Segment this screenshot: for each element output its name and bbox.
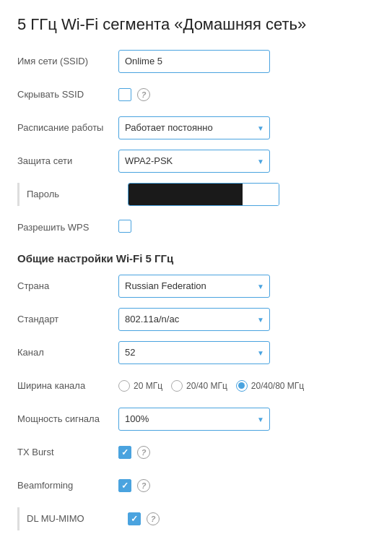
bandwidth-label: Ширина канала	[17, 380, 118, 391]
dl-mu-mimo-help-icon[interactable]: ?	[147, 512, 160, 525]
dl-mu-mimo-row: DL MU-MIMO ?	[17, 507, 375, 530]
section2-title: Общие настройки Wi-Fi 5 ГГц	[17, 252, 375, 264]
country-control: Russian Federation ▼	[118, 275, 375, 298]
power-select[interactable]: 100%	[118, 408, 270, 431]
tx-burst-help-icon[interactable]: ?	[137, 446, 150, 459]
dl-mu-mimo-checkbox[interactable]	[128, 512, 141, 525]
standard-row: Стандарт 802.11a/n/ac ▼	[17, 308, 375, 331]
hide-ssid-label: Скрывать SSID	[17, 89, 118, 100]
password-label: Пароль	[27, 189, 128, 199]
ssid-row: Имя сети (SSID)	[17, 50, 375, 73]
bandwidth-radio-2040[interactable]	[171, 380, 183, 392]
beamforming-row: Beamforming ?	[17, 474, 375, 497]
bandwidth-label-2040: 20/40 МГц	[186, 381, 227, 391]
standard-control: 802.11a/n/ac ▼	[118, 308, 375, 331]
dl-mu-mimo-control: ?	[128, 512, 375, 525]
wps-label: Разрешить WPS	[17, 222, 118, 233]
password-row: Пароль	[17, 183, 375, 206]
security-row: Защита сети WPA2-PSK ▼	[17, 150, 375, 173]
security-label: Защита сети	[17, 155, 118, 166]
ssid-label: Имя сети (SSID)	[17, 56, 118, 66]
schedule-control: Работает постоянно ▼	[118, 116, 375, 139]
security-control: WPA2-PSK ▼	[118, 150, 375, 173]
hide-ssid-row: Скрывать SSID ?	[17, 83, 375, 106]
beamforming-label: Beamforming	[17, 480, 118, 491]
page-title: 5 ГГц Wi-Fi сегмента «Домашняя сеть»	[17, 14, 375, 35]
hide-ssid-checkbox[interactable]	[118, 88, 131, 101]
wps-control	[118, 220, 375, 235]
power-row: Мощность сигнала 100% ▼	[17, 408, 375, 431]
password-input-wrapper	[128, 183, 279, 206]
security-select[interactable]: WPA2-PSK	[118, 150, 270, 173]
country-row: Страна Russian Federation ▼	[17, 275, 375, 298]
bandwidth-row: Ширина канала 20 МГц 20/40 МГц 20/40/80 …	[17, 374, 375, 397]
tx-burst-control: ?	[118, 446, 375, 459]
schedule-row: Расписание работы Работает постоянно ▼	[17, 116, 375, 139]
dl-mu-mimo-label: DL MU-MIMO	[27, 513, 128, 524]
beamforming-control: ?	[118, 479, 375, 492]
tx-burst-checkbox[interactable]	[118, 446, 131, 459]
password-light-area	[243, 184, 279, 205]
country-label: Страна	[17, 280, 118, 291]
hide-ssid-control: ?	[118, 88, 375, 101]
power-control: 100% ▼	[118, 408, 375, 431]
schedule-select[interactable]: Работает постоянно	[118, 116, 270, 139]
bandwidth-radio-20[interactable]	[118, 380, 130, 392]
standard-select[interactable]: 802.11a/n/ac	[118, 308, 270, 331]
bandwidth-option-204080[interactable]: 20/40/80 МГц	[236, 380, 304, 392]
channel-select[interactable]: 52	[118, 341, 270, 364]
tx-burst-label: TX Burst	[17, 447, 118, 457]
hide-ssid-help-icon[interactable]: ?	[137, 88, 150, 101]
password-control	[128, 183, 375, 206]
wps-checkbox[interactable]	[118, 220, 131, 233]
bandwidth-radio-204080[interactable]	[236, 380, 248, 392]
beamforming-help-icon[interactable]: ?	[137, 479, 150, 492]
standard-label: Стандарт	[17, 314, 118, 324]
channel-row: Канал 52 ▼	[17, 341, 375, 364]
wps-row: Разрешить WPS	[17, 216, 375, 239]
bandwidth-label-204080: 20/40/80 МГц	[251, 381, 304, 391]
bandwidth-option-2040[interactable]: 20/40 МГц	[171, 380, 227, 392]
country-select[interactable]: Russian Federation	[118, 275, 270, 298]
ssid-control	[118, 50, 375, 73]
tx-burst-row: TX Burst ?	[17, 441, 375, 464]
channel-control: 52 ▼	[118, 341, 375, 364]
beamforming-checkbox[interactable]	[118, 479, 131, 492]
schedule-label: Расписание работы	[17, 122, 118, 133]
bandwidth-control: 20 МГц 20/40 МГц 20/40/80 МГц	[118, 380, 375, 392]
ssid-input[interactable]	[118, 50, 270, 73]
bandwidth-option-20[interactable]: 20 МГц	[118, 380, 162, 392]
bandwidth-label-20: 20 МГц	[134, 381, 162, 391]
password-dark-area	[129, 184, 243, 205]
channel-label: Канал	[17, 347, 118, 358]
power-label: Мощность сигнала	[17, 413, 118, 424]
